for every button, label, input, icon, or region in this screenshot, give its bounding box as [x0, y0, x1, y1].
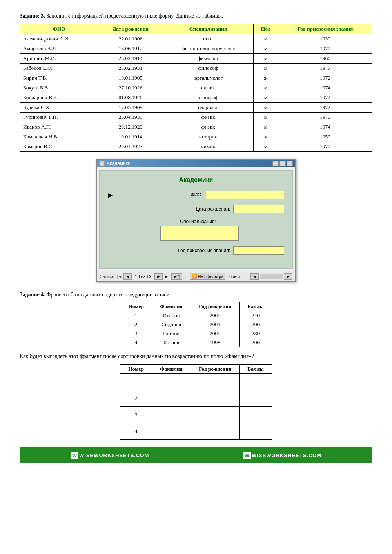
- ans-cell-3-3: [240, 423, 272, 440]
- src-col-name: Фамилия: [152, 302, 191, 311]
- nav-bar: Записи: |◄ ◄ 10 из 12 ► ►| ►*| | 🔽 Нет ф…: [97, 271, 295, 281]
- col-header-gender: Пол: [253, 24, 278, 34]
- dialog-titlebar: ▦ Академики ─ □ ✕: [97, 160, 295, 167]
- task4-heading: Задание 4. Фрагмент базы данных содержит…: [20, 291, 372, 299]
- ans-cell-1-3: [240, 390, 272, 407]
- ans-cell-1-1: [152, 390, 191, 407]
- ans-cell-2-1: [152, 407, 191, 423]
- academics-cell-2-4: 1966: [278, 54, 372, 64]
- src-cell-0-3: 240: [240, 311, 272, 320]
- academics-cell-8-4: 1970: [278, 113, 372, 122]
- ans-col-num: Номер: [120, 365, 152, 374]
- academics-cell-3-3: м: [253, 64, 278, 73]
- academics-cell-0-0: Александрович А.И: [20, 34, 98, 44]
- nav-search-label: Поиск: [229, 274, 240, 279]
- task3-heading: Задание 3. Заполните информацией предста…: [20, 12, 372, 20]
- ans-cell-3-1: [152, 423, 191, 440]
- col-header-spec: Специализация: [163, 24, 253, 34]
- academics-cell-10-2: историк: [163, 132, 253, 142]
- nav-scroll-area: ◄ ►: [250, 273, 292, 280]
- academics-dialog: ▦ Академики ─ □ ✕ Академики ▶ ФИО:: [96, 159, 296, 282]
- nav-new-button[interactable]: ►*|: [171, 273, 182, 280]
- academics-cell-2-2: физиолог: [163, 54, 253, 64]
- nav-filter-button[interactable]: 🔽 Нет фильтра: [190, 273, 226, 280]
- academics-cell-4-0: Бирич Т.В.: [20, 73, 98, 83]
- academics-table: ФИО Дата рождения Специализация Пол Год …: [20, 24, 372, 152]
- src-col-score: Баллы: [240, 302, 272, 311]
- year-input[interactable]: [233, 246, 284, 255]
- src-cell-1-1: Сидоров: [152, 320, 191, 329]
- academics-cell-6-0: Бондарчик В.К.: [20, 93, 98, 103]
- academics-cell-6-1: 01.08.1920: [98, 93, 163, 103]
- ans-cell-0-1: [152, 374, 191, 390]
- academics-cell-11-2: химик: [163, 142, 253, 152]
- dob-input[interactable]: [233, 205, 284, 213]
- src-cell-3-2: 1998: [191, 338, 239, 347]
- src-cell-1-0: 2: [120, 320, 152, 329]
- src-cell-0-0: 1: [120, 311, 152, 320]
- restore-button[interactable]: □: [279, 161, 286, 166]
- academics-cell-9-2: физик: [163, 122, 253, 132]
- close-button[interactable]: ✕: [287, 161, 293, 166]
- academics-cell-3-1: 23.02.1931: [98, 64, 163, 73]
- answer-table: Номер Фамилия Год рождения Баллы 1234: [120, 364, 272, 440]
- academics-cell-2-1: 28.02.1914: [98, 54, 163, 64]
- footer-logo-left: W WISEWORKSHEETS.COM: [71, 452, 149, 459]
- academics-cell-3-4: 1977: [278, 64, 372, 73]
- academics-cell-8-1: 26.04.1933: [98, 113, 163, 122]
- dialog-wrapper: ▦ Академики ─ □ ✕ Академики ▶ ФИО:: [20, 159, 372, 282]
- filter-icon: 🔽: [192, 274, 197, 279]
- ans-col-score: Баллы: [240, 365, 272, 374]
- fio-input[interactable]: [206, 191, 284, 199]
- src-col-year: Год рождения: [191, 302, 239, 311]
- src-cell-0-2: 2000: [191, 311, 239, 320]
- src-cell-3-0: 4: [120, 338, 152, 347]
- academics-cell-10-0: Каменская Н.В.: [20, 132, 98, 142]
- academics-cell-5-0: Бокуть Б.В.: [20, 83, 98, 93]
- nav-prev-button[interactable]: ◄: [123, 273, 132, 280]
- ans-cell-2-0: 3: [120, 407, 152, 423]
- scroll-left-button[interactable]: ◄: [250, 273, 259, 280]
- academics-cell-7-0: Будыка С.Х.: [20, 103, 98, 113]
- academics-cell-1-1: 16.06.1912: [98, 44, 163, 54]
- academics-cell-11-0: Комаров В.С.: [20, 142, 98, 152]
- nav-count: 10 из 12: [133, 274, 153, 279]
- academics-cell-5-1: 27.10.1926: [98, 83, 163, 93]
- task4-heading-text: Фрагмент базы данных содержит следующие …: [45, 292, 171, 298]
- academics-cell-1-2: фитопатолог-вирусолог: [163, 44, 253, 54]
- scroll-right-button[interactable]: ►: [284, 273, 292, 280]
- fio-label: ФИО:: [144, 192, 203, 198]
- academics-cell-9-1: 29.12.1929: [98, 122, 163, 132]
- dialog-title-text: Академики: [107, 161, 131, 166]
- src-cell-3-3: 200: [240, 338, 272, 347]
- footer-logo-right-text: WISEWORKSHEETS.COM: [252, 452, 321, 458]
- spec-input[interactable]: [160, 226, 239, 241]
- minimize-button[interactable]: ─: [272, 161, 279, 166]
- footer-logo-right-icon: W: [243, 452, 251, 459]
- ans-cell-0-0: 1: [120, 374, 152, 390]
- src-cell-0-1: Иванов: [152, 311, 191, 320]
- academics-cell-6-2: этнограф: [163, 93, 253, 103]
- academics-cell-9-4: 1974: [278, 122, 372, 132]
- dialog-titlebar-buttons[interactable]: ─ □ ✕: [272, 161, 293, 166]
- record-arrow: ▶: [108, 191, 115, 199]
- academics-cell-4-2: офтальмолог: [163, 73, 253, 83]
- academics-cell-2-3: м: [253, 54, 278, 64]
- dialog-inner-title: Академики: [108, 176, 284, 183]
- nav-end-label: ►|: [164, 274, 170, 279]
- academics-cell-6-4: 1972: [278, 93, 372, 103]
- academics-cell-0-2: поэт: [163, 34, 253, 44]
- footer-logo-left-icon: W: [71, 452, 78, 459]
- fio-row: ФИО:: [115, 191, 284, 199]
- footer-logo-left-text: WISEWORKSHEETS.COM: [79, 452, 149, 458]
- nav-next-button[interactable]: ►: [154, 273, 163, 280]
- scroll-track[interactable]: [260, 274, 283, 279]
- col-header-year: Год присвоения звания: [278, 24, 372, 34]
- academics-cell-2-0: Аринчин М.И.: [20, 54, 98, 64]
- dob-row: Дата рождения:: [115, 205, 284, 213]
- academics-cell-7-1: 17.03.1909: [98, 103, 163, 113]
- dialog-icon: ▦: [99, 161, 105, 166]
- ans-cell-0-3: [240, 374, 272, 390]
- src-cell-2-0: 3: [120, 329, 152, 338]
- spec-row: Специализация:: [115, 219, 284, 241]
